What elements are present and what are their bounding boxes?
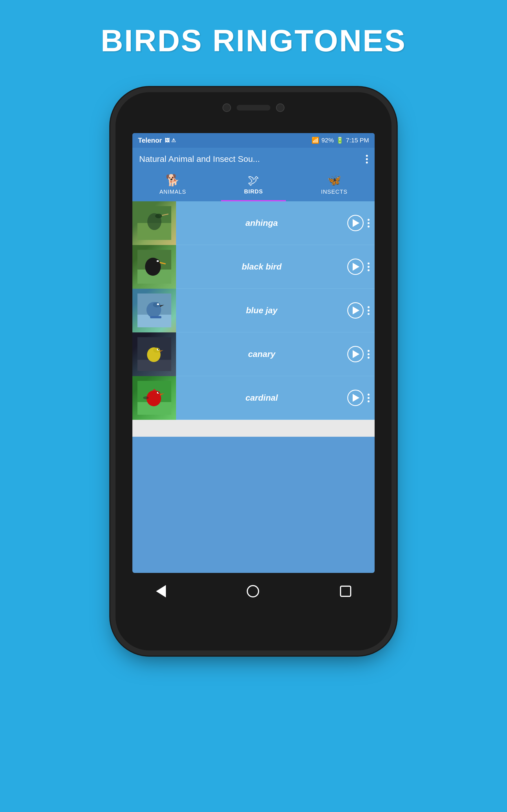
bird-name-bluejay: blue jay: [176, 306, 347, 315]
svg-point-33: [143, 396, 149, 399]
tab-birds[interactable]: 🕊 BIRDS: [213, 170, 294, 201]
home-icon: [247, 585, 259, 598]
bird-controls-bluejay: [347, 302, 375, 319]
play-button-bluejay[interactable]: [347, 302, 363, 319]
bird-item-blackbird[interactable]: black bird: [132, 245, 375, 289]
nav-home-button[interactable]: [247, 585, 259, 598]
page-title: BIRDS RINGTONES: [101, 22, 406, 58]
bird-name-blackbird: black bird: [176, 262, 347, 271]
phone-top-sensors: [223, 103, 284, 112]
birds-icon: 🕊: [248, 174, 259, 187]
nav-back-button[interactable]: [156, 585, 166, 598]
svg-rect-17: [150, 316, 161, 318]
bird-image-canary: [132, 333, 176, 376]
bird-image-cardinal: [132, 376, 176, 420]
svg-point-23: [158, 349, 159, 350]
play-button-canary[interactable]: [347, 346, 363, 362]
more-button-cardinal[interactable]: [368, 394, 370, 402]
play-icon-anhinga: [353, 219, 359, 227]
bird-image-bluejay: [132, 289, 176, 333]
bird-controls-anhinga: [347, 215, 375, 231]
play-button-anhinga[interactable]: [347, 215, 363, 231]
bird-controls-blackbird: [347, 259, 375, 275]
more-button-canary[interactable]: [368, 350, 370, 359]
tab-birds-label: BIRDS: [244, 188, 263, 195]
bird-thumbnail-bluejay: [132, 289, 176, 333]
animals-icon: 🐕: [166, 174, 180, 187]
tab-animals[interactable]: 🐕 ANIMALS: [132, 170, 213, 201]
bird-thumbnail-anhinga: [132, 201, 176, 245]
app-bar-title: Natural Animal and Insect Sou...: [139, 154, 260, 164]
list-bottom-bar: [132, 420, 375, 437]
bird-list: anhinga: [132, 201, 375, 437]
svg-point-28: [153, 391, 160, 396]
play-icon-bluejay: [353, 306, 359, 314]
navigation-bar: [115, 573, 392, 610]
status-right-area: 📶 92% 🔋 7:15 PM: [312, 137, 369, 144]
overflow-menu-button[interactable]: [366, 155, 368, 163]
bird-name-canary: canary: [176, 349, 347, 359]
svg-point-21: [153, 348, 160, 353]
phone-frame: Telenor 🖼 ⚠ 📶 92% 🔋 7:15 PM Natural Anim…: [99, 75, 408, 667]
svg-point-31: [158, 392, 159, 393]
bird-controls-cardinal: [347, 390, 375, 406]
bird-image-anhinga: [132, 201, 176, 245]
tab-insects[interactable]: 🦋 INSECTS: [294, 170, 375, 201]
front-camera: [223, 103, 231, 112]
front-sensor: [276, 103, 284, 112]
insects-icon: 🦋: [327, 174, 341, 187]
bird-item-anhinga[interactable]: anhinga: [132, 201, 375, 245]
tab-animals-label: ANIMALS: [159, 189, 186, 195]
play-icon-cardinal: [353, 394, 359, 402]
battery-icon: 🔋: [336, 137, 344, 144]
more-button-blackbird[interactable]: [368, 262, 370, 271]
play-button-cardinal[interactable]: [347, 390, 363, 406]
bird-item-cardinal[interactable]: cardinal: [132, 376, 375, 420]
bird-controls-canary: [347, 346, 375, 362]
svg-point-14: [153, 302, 160, 307]
status-carrier: Telenor 🖼 ⚠: [138, 137, 176, 144]
play-icon-blackbird: [353, 263, 359, 271]
bird-name-anhinga: anhinga: [176, 218, 347, 228]
svg-point-15: [157, 303, 159, 305]
volume-button[interactable]: [110, 171, 114, 194]
bird-name-cardinal: cardinal: [176, 393, 347, 403]
play-icon-canary: [353, 350, 359, 358]
bird-thumbnail-canary: [132, 333, 176, 376]
bird-thumbnail-cardinal: [132, 376, 176, 420]
signal-strength-icon: 📶: [312, 137, 319, 144]
play-button-blackbird[interactable]: [347, 259, 363, 275]
nav-recents-button[interactable]: [340, 586, 351, 597]
phone-body: Telenor 🖼 ⚠ 📶 92% 🔋 7:15 PM Natural Anim…: [115, 92, 392, 651]
clock: 7:15 PM: [346, 137, 369, 144]
app-bar: Natural Animal and Insect Sou...: [132, 148, 375, 170]
power-button[interactable]: [393, 177, 397, 211]
phone-screen: Telenor 🖼 ⚠ 📶 92% 🔋 7:15 PM Natural Anim…: [132, 133, 375, 573]
earpiece-speaker: [237, 105, 270, 110]
carrier-name: Telenor: [138, 137, 162, 144]
volume-down-button[interactable]: [110, 199, 114, 222]
tab-insects-label: INSECTS: [321, 189, 348, 195]
battery-percent: 92%: [321, 137, 334, 144]
bird-item-bluejay[interactable]: blue jay: [132, 289, 375, 333]
more-button-anhinga[interactable]: [368, 219, 370, 227]
back-icon: [156, 585, 166, 598]
svg-point-3: [155, 214, 162, 218]
bird-thumbnail-blackbird: [132, 245, 176, 289]
status-bar: Telenor 🖼 ⚠ 📶 92% 🔋 7:15 PM: [132, 133, 375, 148]
bird-item-canary[interactable]: canary: [132, 333, 375, 376]
status-notification-icons: 🖼 ⚠: [165, 137, 176, 144]
page-background: BIRDS RINGTONES Telenor 🖼 ⚠: [0, 0, 507, 812]
recents-icon: [340, 586, 351, 597]
tab-bar: 🐕 ANIMALS 🕊 BIRDS 🦋 INSECTS: [132, 170, 375, 201]
bird-image-blackbird: [132, 245, 176, 289]
svg-point-9: [157, 260, 159, 262]
more-button-bluejay[interactable]: [368, 306, 370, 315]
